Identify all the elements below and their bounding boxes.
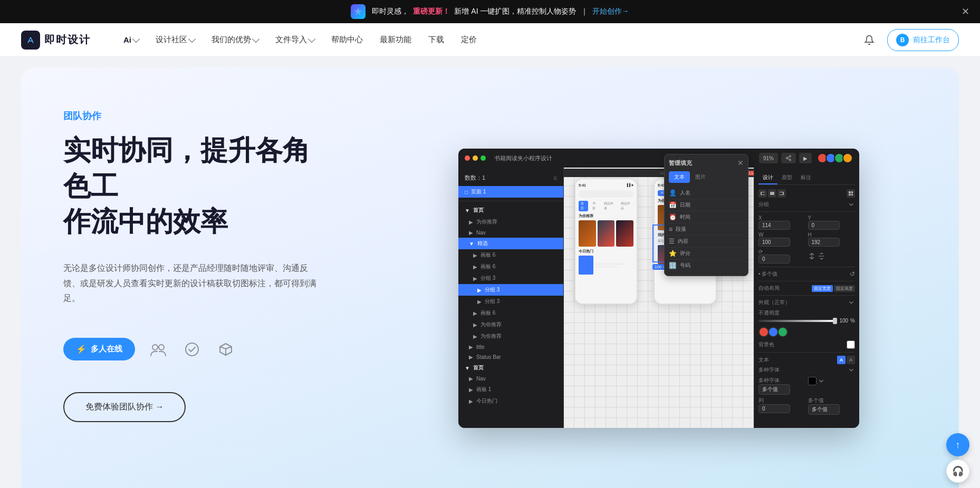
multi-online-button[interactable]: ⚡ 多人在线 — [63, 338, 135, 360]
nav-item-design-community[interactable]: 设计社区 — [148, 31, 202, 49]
content-icon: ☰ — [669, 238, 675, 245]
bgcolor-swatch[interactable] — [847, 340, 855, 349]
nav-item-file-import[interactable]: 文件导入 — [268, 31, 322, 49]
page-icon: □ — [465, 189, 468, 195]
layer-homepage2[interactable]: ▼首页 — [458, 362, 563, 374]
tab-prototype[interactable]: 原型 — [777, 172, 796, 184]
layer-board6a[interactable]: ▶画板 6 — [458, 249, 563, 261]
nav-file-import-chevron-icon — [308, 35, 315, 43]
fill-number[interactable]: 🔢 号码 — [669, 260, 744, 271]
layer-nav[interactable]: ▶Nav — [458, 228, 563, 238]
svg-point-7 — [790, 159, 791, 161]
clock-icon: ⏰ — [669, 213, 677, 221]
layers-menu-icon: ≡ — [553, 174, 557, 182]
nav-item-help[interactable]: 帮助中心 — [324, 31, 370, 49]
workspace-label: 前往工作台 — [913, 35, 950, 45]
fixed-width-button[interactable]: 固定宽度 — [812, 285, 833, 292]
fpanel-tab-image[interactable]: 图片 — [690, 171, 711, 183]
text-style-button[interactable]: A — [837, 356, 846, 364]
hero-title: 实时协同，提升各角色工作流中的效率 — [63, 133, 327, 240]
text-section-header: 文本 A A — [758, 356, 855, 364]
scroll-up-button[interactable]: ↑ — [946, 433, 969, 456]
team-icon[interactable] — [148, 339, 169, 360]
nav-advantages-chevron-icon — [252, 35, 260, 43]
layer-statusbar[interactable]: ▶Status Bar — [458, 352, 563, 362]
y-input[interactable]: 0 — [808, 221, 840, 230]
layer-recommend[interactable]: ▶为你推荐 — [458, 216, 563, 228]
free-trial-button[interactable]: 免费体验团队协作 → — [63, 392, 186, 422]
layer-board6b[interactable]: ▶画板 6 — [458, 261, 563, 272]
layer-title[interactable]: ▶title — [458, 342, 563, 352]
x-input[interactable]: 114 — [758, 221, 790, 230]
layer-recommend3[interactable]: ▶为你推荐 — [458, 330, 563, 342]
check-icon[interactable] — [181, 339, 203, 360]
nav-ai-chevron-icon — [132, 35, 140, 43]
font-size-input[interactable]: 多个值 — [758, 384, 790, 395]
svg-line-9 — [787, 157, 789, 158]
y-label: Y — [808, 215, 856, 221]
h-input[interactable]: 192 — [808, 238, 840, 247]
nav-item-pricing[interactable]: 定价 — [454, 31, 484, 49]
floating-panel: 暂缓填充 ✕ 文本 图片 👤 人名 📅 日期 — [664, 168, 748, 276]
layer-board1[interactable]: ▶画板 1 — [458, 384, 563, 395]
logo-icon — [21, 31, 40, 50]
announcement-body: 新增 AI 一键扩图，精准控制人物姿势 — [454, 7, 576, 16]
letter-spacing-input[interactable]: 多个值 — [808, 404, 840, 415]
rotation-input[interactable]: 0 — [758, 255, 790, 263]
phone-screen-1: 9:41 ▌▌■ 首页 书架 精品作者 精品作品 为 — [575, 179, 637, 304]
layer-selected[interactable]: ▼精选 — [458, 238, 563, 249]
align-left-button[interactable] — [758, 189, 767, 198]
logo[interactable]: 即时设计 — [21, 31, 91, 50]
fill-person[interactable]: 👤 人名 — [669, 187, 744, 199]
layer-group3b[interactable]: ▶分组 3 — [458, 284, 563, 296]
announcement-close-button[interactable]: ✕ — [962, 7, 969, 16]
phone-category-tabs: 首页 书架 精品作者 精品作品 — [579, 201, 633, 211]
mirror-row — [808, 249, 856, 263]
letter-spacing-label: 多个值 — [808, 397, 856, 404]
fill-paragraph[interactable]: ≡ 段落 — [669, 223, 744, 236]
announcement-cta[interactable]: 开始创作→ — [592, 7, 629, 16]
tab-annotation[interactable]: 标注 — [796, 172, 815, 184]
align-right-button[interactable] — [777, 189, 786, 198]
share-button[interactable] — [781, 153, 796, 163]
text-size-button[interactable]: A — [847, 356, 855, 364]
nav-item-new-features[interactable]: 最新功能 — [372, 31, 419, 49]
w-input[interactable]: 100 — [758, 238, 790, 247]
workspace-button[interactable]: B 前往工作台 — [887, 29, 959, 51]
layer-board6c[interactable]: ▶画板 6 — [458, 307, 563, 319]
appearance-expand-icon — [848, 299, 855, 306]
box-icon[interactable] — [215, 339, 236, 360]
help-chat-button[interactable]: 🎧 — [946, 460, 969, 483]
svg-point-6 — [786, 158, 788, 159]
fill-rating[interactable]: ⭐ 评分 — [669, 248, 744, 260]
fixed-height-button[interactable]: 固定高度 — [834, 285, 855, 292]
nav-item-download[interactable]: 下载 — [421, 31, 451, 49]
play-button[interactable]: ▶ — [799, 153, 812, 163]
page-item[interactable]: □ 页面 1 — [458, 186, 563, 198]
layer-group3c[interactable]: ▶分组 3 — [458, 296, 563, 307]
svg-rect-1 — [25, 34, 36, 46]
grid-icon[interactable] — [847, 189, 855, 198]
nav-item-advantages[interactable]: 我们的优势 — [204, 31, 266, 49]
auto-layout-row: 自动布局 固定宽度 固定高度 — [758, 285, 855, 292]
layer-trending[interactable]: ▶今日热门 — [458, 395, 563, 407]
announcement-separator: ｜ — [581, 7, 588, 16]
nav-item-ai[interactable]: Ai — [116, 31, 146, 48]
layer-group3a[interactable]: ▶分组 3 — [458, 272, 563, 284]
fpanel-tab-text[interactable]: 文本 — [669, 171, 690, 183]
opacity-slider[interactable] — [758, 320, 837, 322]
align-center-button[interactable] — [768, 189, 776, 198]
fill-row: 分组 — [758, 201, 855, 208]
line-height-input[interactable]: 0 — [758, 404, 790, 413]
opacity-value: 100 — [839, 318, 848, 324]
fill-content[interactable]: ☰ 内容 — [669, 236, 744, 248]
fill-date[interactable]: 📅 日期 — [669, 199, 744, 211]
layer-homepage[interactable]: ▼ 首页 — [458, 204, 563, 216]
tab-design[interactable]: 设计 — [758, 172, 777, 184]
layer-recommend2[interactable]: ▶为你推荐 — [458, 319, 563, 330]
layer-nav2[interactable]: ▶Nav — [458, 374, 563, 384]
fill-time[interactable]: ⏰ 时间 — [669, 211, 744, 223]
fill-person-label: 人名 — [680, 189, 690, 197]
font-color-swatch[interactable] — [808, 377, 816, 385]
notification-button[interactable] — [860, 31, 879, 50]
